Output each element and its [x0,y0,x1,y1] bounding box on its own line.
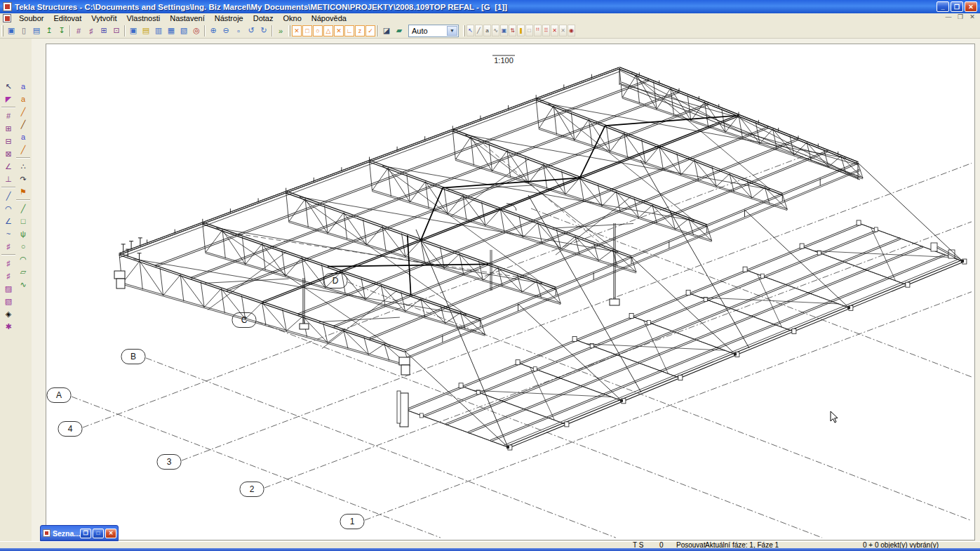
side-icon-angle-tool[interactable]: ∠ [2,215,15,227]
minimize-button[interactable]: _ [937,1,949,12]
toolbar-icon-open[interactable]: ▣ [5,24,18,38]
toolbar-icon-list[interactable]: ▯ [18,24,30,38]
side-icon-flag[interactable]: ⚑ [17,186,29,197]
side-icon-fence-3[interactable]: ♯ [2,270,15,281]
side-icon-hatch-1[interactable]: ▨ [2,283,15,294]
toolbar-icon-create-points[interactable]: ⊞ [98,24,110,38]
toolbar-icon-edit-grid[interactable]: ♯ [85,24,98,38]
side-icon-grid-xy[interactable]: ⊞ [2,123,15,134]
toolbar-icon-snap-extension[interactable]: z [355,25,365,36]
toolbar-icon-publish-up[interactable]: ↥ [43,24,55,38]
menu-item-nastaven[interactable]: Nastavení [165,13,210,23]
toolbar-icon-select-welds[interactable]: ✕ [551,25,558,36]
side-icon-text-a3[interactable]: a [17,131,29,142]
menu-item-nstroje[interactable]: Nástroje [210,13,248,23]
toolbar-icon-select-gridlines[interactable]: ⠿ [542,25,550,36]
side-icon-dots[interactable]: ∴ [17,161,29,172]
toolbar-icon-zoom-in[interactable]: ⊕ [207,24,220,38]
menu-item-soubor[interactable]: Soubor [14,13,48,23]
toolbar-icon-basic-view[interactable]: ▤ [140,24,152,38]
toolbar-icon-select-curves[interactable]: ∿ [492,25,499,36]
mdi-restore-button[interactable]: ❐ [955,13,965,20]
toolbar-icon-zoom-out[interactable]: ⊖ [220,24,232,38]
side-icon-erase[interactable]: ◤ [2,93,15,105]
selection-filter-combo[interactable]: Auto▼ [408,25,459,37]
side-icon-fence-1[interactable]: ♯ [2,241,15,252]
side-icon-redo-arrow[interactable]: ↷ [17,173,29,185]
toolbar-icon-select-marks[interactable]: ❚ [517,25,525,36]
toolbar-icon-print[interactable]: ▤ [30,24,43,38]
toolbar-icon-view-plane[interactable]: ▥ [152,24,165,38]
side-icon-pen-1[interactable]: ╱ [17,106,29,117]
minimized-view-window[interactable]: Sezna... ❐ □ ✕ [40,525,119,541]
side-icon-text-a2[interactable]: a [17,93,29,105]
menu-item-vlastnosti[interactable]: Vlastnosti [122,13,166,23]
side-icon-fence-2[interactable]: ♯ [2,258,15,269]
mdi-close-button[interactable]: ✕ [967,13,977,20]
toolbar-icon-snap-reference[interactable]: ✕ [292,25,302,36]
toolbar-icon-select-areas[interactable]: ▣ [500,25,508,36]
side-icon-draw-spline[interactable]: ∿ [17,279,29,290]
toolbar-icon-snap-free[interactable]: ✓ [365,25,375,36]
toolbar-icon-snap-depth[interactable]: ◪ [380,24,393,38]
toolbar-icon-view-camera[interactable]: ◎ [190,24,203,38]
side-icon-pointer[interactable]: ↖ [2,81,15,92]
mini-maximize-button[interactable]: □ [93,529,104,538]
toolbar-icon-import-down[interactable]: ↧ [55,24,68,38]
side-icon-arc-tool[interactable]: ◠ [2,203,15,214]
menu-item-okno[interactable]: Okno [278,13,306,23]
side-icon-free-line[interactable]: ~ [2,228,15,239]
side-icon-draw-arc[interactable]: ◠ [17,253,29,265]
side-icon-text-a1[interactable]: a [17,81,29,92]
toolbar-icon-snap-intersection[interactable]: ✕ [334,25,344,36]
close-button[interactable]: ✕ [965,1,977,12]
toolbar-icon-snap-triangle[interactable]: △ [323,25,333,36]
mini-restore-button[interactable]: ❐ [80,529,91,538]
toolbar-icon-zoom-original[interactable]: ▫ [232,24,245,38]
toolbar-icon-select-texts[interactable]: a [483,25,491,36]
menu-item-dotaz[interactable]: Dotaz [248,13,278,23]
side-icon-draw-line[interactable]: ╱ [17,203,29,214]
mdi-minimize-button[interactable]: — [944,13,953,20]
side-icon-work-plane[interactable]: ∠ [2,161,15,172]
side-icon-ortho[interactable]: ⊥ [2,173,15,185]
toolbar-icon-snap-plane[interactable]: ▰ [393,24,405,38]
toolbar-icon-select-lines[interactable]: ╱ [475,25,483,36]
mini-close-button[interactable]: ✕ [105,529,116,538]
side-icon-grid[interactable]: # [2,110,15,121]
side-icon-anchor[interactable]: ◈ [2,308,15,319]
toolbar-icon-edit-points[interactable]: ⊡ [110,24,123,38]
side-icon-draw-poly[interactable]: ▱ [17,266,29,277]
toolbar-icon-rotate-cw[interactable]: ↻ [257,24,270,38]
toolbar-icon-named-view[interactable]: ▧ [177,24,190,38]
side-icon-draw-circle[interactable]: ○ [17,241,29,252]
side-icon-pattern[interactable]: ✱ [2,321,15,332]
menu-item-editovat[interactable]: Editovat [48,13,86,23]
restore-button[interactable]: ❐ [951,1,963,12]
toolbar-icon-snap-perpendicular[interactable]: ∟ [344,25,354,36]
toolbar-icon-fly-through[interactable]: » [274,24,287,38]
toolbar-icon-create-grid[interactable]: # [72,24,85,38]
side-icon-grid-yz[interactable]: ⊠ [2,148,15,159]
side-icon-hatch-2[interactable]: ▧ [2,296,15,307]
toolbar-icon-new-view[interactable]: ▣ [127,24,140,38]
side-icon-line-tool[interactable]: ╱ [2,190,15,201]
toolbar-icon-select-frames[interactable]: □ [525,25,533,36]
menu-item-npovda[interactable]: Nápověda [307,13,351,23]
toolbar-icon-select-moves[interactable]: ⇅ [509,25,516,36]
toolbar-icon-select-components[interactable]: ◉ [568,25,575,36]
drawing-viewport[interactable] [46,44,975,540]
toolbar-icon-select-grids[interactable]: ⠛ [534,25,542,36]
side-icon-pen-3[interactable]: ╱ [17,144,29,155]
side-icon-grid-xz[interactable]: ⊟ [2,135,15,147]
toolbar-icon-rotate-ccw[interactable]: ↺ [245,24,257,38]
toolbar-icon-snap-circle[interactable]: ○ [313,25,323,36]
side-icon-draw-rect[interactable]: □ [17,215,29,227]
toolbar-icon-snap-geometry[interactable]: □ [302,25,312,36]
toolbar-icon-view-list[interactable]: ▦ [165,24,177,38]
toolbar-icon-select-bolts[interactable]: ✕ [559,25,567,36]
toolbar-icon-select-all[interactable]: ↖ [466,25,474,36]
side-icon-pen-2[interactable]: ╱ [17,119,29,130]
combo-dropdown-arrow[interactable]: ▼ [447,26,457,36]
side-icon-draw-branch[interactable]: ψ [17,228,29,239]
